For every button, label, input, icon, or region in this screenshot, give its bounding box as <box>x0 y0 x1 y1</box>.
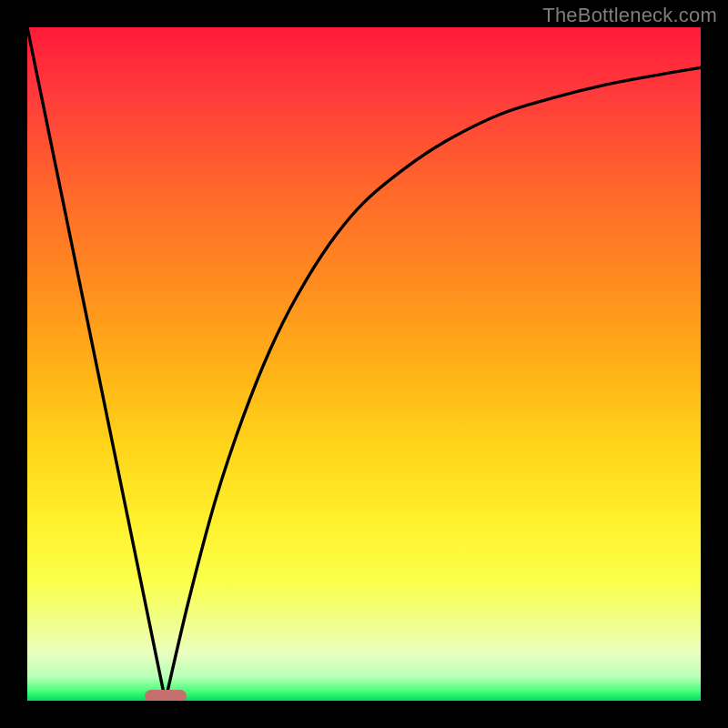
watermark-label: TheBottleneck.com <box>542 4 717 27</box>
chart-frame: TheBottleneck.com <box>0 0 728 728</box>
plot-area <box>27 27 701 701</box>
optimum-marker <box>145 690 187 701</box>
bottleneck-curve <box>27 27 701 701</box>
